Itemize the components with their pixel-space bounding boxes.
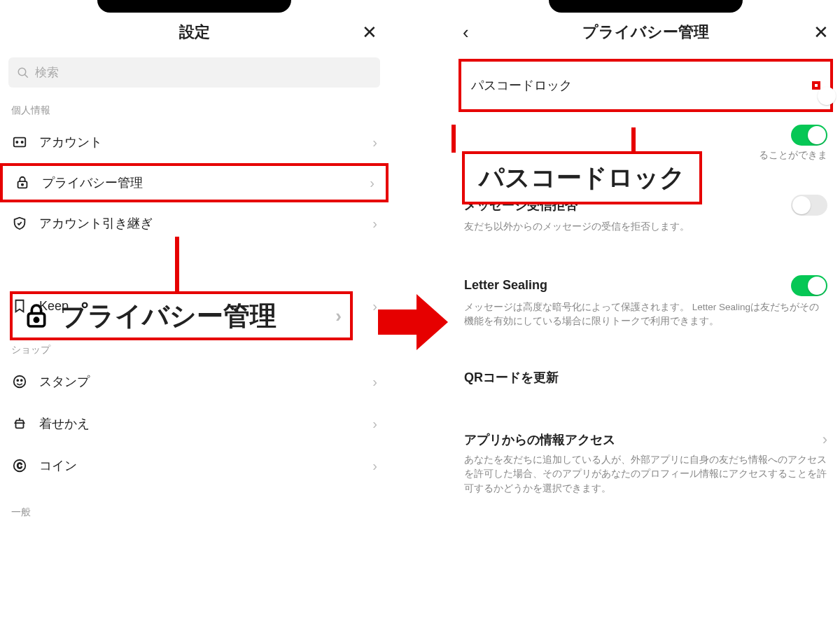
toggle-unknown-on[interactable] bbox=[791, 125, 827, 146]
chevron-right-icon: › bbox=[372, 416, 377, 432]
svg-point-3 bbox=[16, 141, 18, 143]
section-shop: ショップ bbox=[0, 337, 388, 361]
section-general: 一般 bbox=[0, 499, 388, 523]
notch bbox=[549, 0, 743, 13]
svg-point-10 bbox=[17, 380, 18, 381]
setting-title-text: QRコードを更新 bbox=[464, 369, 559, 386]
settings-screen: 設定 ✕ 検索 個人情報 アカウント › プライバシー管理 › アカウント引き継… bbox=[0, 0, 388, 640]
close-icon[interactable]: ✕ bbox=[362, 22, 377, 43]
setting-desc: あなたを友だちに追加している人が、外部アプリに自身の友だち情報へのアクセスを許可… bbox=[464, 453, 827, 496]
paint-icon bbox=[11, 415, 28, 432]
svg-point-9 bbox=[14, 376, 26, 388]
row-passcode-lock[interactable]: パスコードロック bbox=[458, 59, 833, 112]
row-label: スタンプ bbox=[39, 373, 361, 390]
back-icon[interactable]: ‹ bbox=[463, 22, 469, 43]
row-privacy[interactable]: プライバシー管理 › bbox=[0, 163, 388, 202]
svg-rect-2 bbox=[14, 138, 26, 147]
row-label: アカウント引き継ぎ bbox=[39, 215, 361, 232]
row-label: プライバシー管理 bbox=[42, 174, 358, 191]
callout-passcode: パスコードロック bbox=[462, 151, 702, 204]
notch bbox=[97, 0, 292, 13]
svg-point-4 bbox=[22, 141, 23, 143]
svg-point-11 bbox=[21, 380, 22, 381]
row-account-transfer[interactable]: アカウント引き継ぎ › bbox=[0, 202, 388, 244]
search-placeholder: 検索 bbox=[35, 64, 59, 81]
row-label: 着せかえ bbox=[39, 415, 361, 432]
setting-title: パスコードロック bbox=[471, 77, 572, 94]
toggle-letter-sealing[interactable] bbox=[791, 275, 827, 296]
bookmark-icon bbox=[11, 298, 28, 314]
annotation-arrow bbox=[378, 294, 448, 350]
header: 設定 ✕ bbox=[0, 13, 388, 52]
setting-title-text: アプリからの情報アクセス bbox=[464, 431, 615, 448]
header: ‹ プライバシー管理 ✕ bbox=[451, 13, 840, 52]
svg-text:C: C bbox=[17, 462, 22, 470]
row-coin[interactable]: C コイン › bbox=[0, 445, 388, 487]
lock-icon bbox=[14, 174, 31, 191]
toggle-message-reject[interactable] bbox=[791, 195, 827, 216]
svg-line-1 bbox=[24, 74, 28, 78]
row-label: コイン bbox=[39, 457, 361, 474]
smile-icon bbox=[11, 373, 28, 390]
row-stamp[interactable]: スタンプ › bbox=[0, 361, 388, 403]
setting-desc: 友だち以外からのメッセージの受信を拒否します。 bbox=[464, 220, 827, 234]
page-title: 設定 bbox=[179, 22, 210, 43]
page-title: プライバシー管理 bbox=[582, 22, 709, 43]
row-qr-update[interactable]: QRコードを更新 bbox=[451, 359, 840, 403]
annotation-connector-right bbox=[631, 127, 636, 151]
svg-point-0 bbox=[18, 68, 26, 76]
row-keep[interactable]: Keep › bbox=[0, 285, 388, 327]
chevron-right-icon: › bbox=[372, 458, 377, 474]
toggle-highlight bbox=[812, 81, 820, 90]
row-theme[interactable]: 着せかえ › bbox=[0, 403, 388, 445]
account-icon bbox=[11, 134, 28, 151]
row-label: アカウント bbox=[39, 134, 361, 151]
coin-icon: C bbox=[11, 457, 28, 474]
search-input[interactable]: 検索 bbox=[8, 57, 380, 88]
shield-check-icon bbox=[11, 215, 28, 232]
privacy-screen: ‹ プライバシー管理 ✕ パスコードロック ることができま メッセージ受信拒否 … bbox=[451, 0, 840, 640]
row-account[interactable]: アカウント › bbox=[0, 121, 388, 163]
chevron-right-icon: › bbox=[370, 175, 374, 191]
close-icon[interactable]: ✕ bbox=[813, 22, 829, 43]
row-label: Keep bbox=[39, 299, 361, 314]
chevron-right-icon: › bbox=[372, 216, 377, 232]
chevron-right-icon: › bbox=[372, 134, 377, 151]
section-personal: 個人情報 bbox=[0, 97, 388, 121]
row-letter-sealing[interactable]: Letter Sealing メッセージは高度な暗号化によって保護されます。 L… bbox=[451, 265, 840, 342]
chevron-right-icon: › bbox=[372, 298, 377, 314]
annotation-connector bbox=[175, 237, 179, 291]
callout-text: パスコードロック bbox=[479, 161, 685, 195]
setting-desc: メッセージは高度な暗号化によって保護されます。 Letter Sealingは友… bbox=[464, 300, 827, 329]
svg-point-6 bbox=[22, 184, 23, 186]
search-icon bbox=[17, 67, 29, 79]
chevron-right-icon: › bbox=[372, 374, 377, 390]
row-app-info-access[interactable]: アプリからの情報アクセス › あなたを友だちに追加している人が、外部アプリに自身… bbox=[451, 421, 840, 508]
setting-title-text: Letter Sealing bbox=[464, 278, 547, 293]
chevron-right-icon: › bbox=[822, 431, 827, 449]
